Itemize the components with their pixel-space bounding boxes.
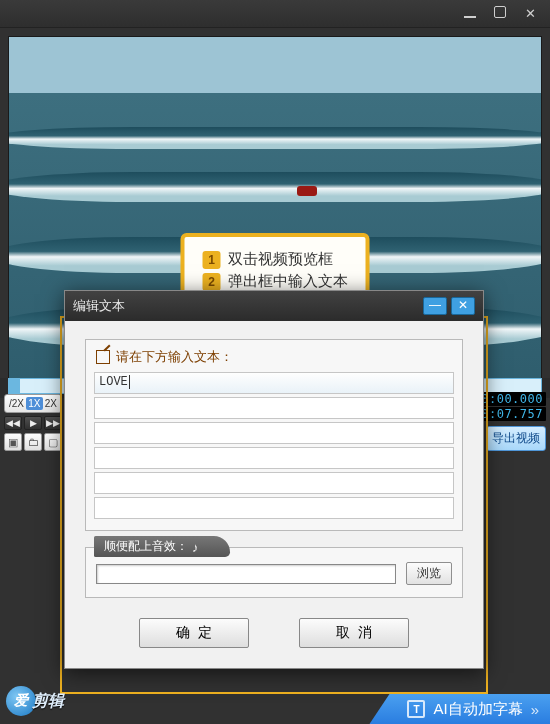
app-minimize-button[interactable] xyxy=(462,6,478,21)
sound-label: 顺便配上音效： xyxy=(104,538,188,555)
app-maximize-button[interactable] xyxy=(492,6,508,21)
clip-button[interactable]: ▣ xyxy=(4,433,22,451)
step-badge-1: 1 xyxy=(203,251,221,269)
step-badge-2: 2 xyxy=(203,273,221,291)
layout-button[interactable]: ▢ xyxy=(44,433,62,451)
step-text-1: 双击视频预览框 xyxy=(228,250,333,269)
speed-1x[interactable]: 1X xyxy=(26,397,43,410)
brand-logo: 爱 剪辑 xyxy=(6,686,64,716)
edit-text-dialog: 编辑文本 — ✕ 请在下方输入文本： LOVE 顺便配上音效： xyxy=(64,290,484,669)
current-time: 0:00.000 xyxy=(478,392,546,406)
export-video-button[interactable]: 导出视频 xyxy=(486,426,546,451)
subtitle-line-input[interactable] xyxy=(94,422,454,444)
video-wave xyxy=(8,172,542,202)
text-input-group: 请在下方输入文本： LOVE xyxy=(85,339,463,531)
step-back-button[interactable]: ◀◀ xyxy=(4,416,22,430)
brand-text: 剪辑 xyxy=(32,691,64,712)
subtitle-line-input[interactable] xyxy=(94,447,454,469)
ai-subtitle-button[interactable]: T AI自动加字幕 » xyxy=(369,694,550,724)
video-surfer xyxy=(297,186,317,196)
browse-button[interactable]: 浏览 xyxy=(406,562,452,585)
timecode-panel: 0:00.000 0:07.757 导出视频 xyxy=(478,392,546,451)
music-note-icon xyxy=(192,540,206,554)
input-prompt-label: 请在下方输入文本： xyxy=(116,348,233,366)
subtitle-line-input[interactable]: LOVE xyxy=(94,372,454,394)
left-controls: /2X 1X 2X ◀◀ ▶ ▶▶ ▣ 🗀 ▢ xyxy=(4,394,62,451)
play-button[interactable]: ▶ xyxy=(24,416,42,430)
subtitle-line-input[interactable] xyxy=(94,497,454,519)
ok-button[interactable]: 确定 xyxy=(139,618,249,648)
sound-path-input[interactable] xyxy=(96,564,396,584)
edit-icon xyxy=(96,350,110,364)
step-text-2: 弹出框中输入文本 xyxy=(228,272,348,291)
chevron-right-icon: » xyxy=(531,701,536,718)
total-time: 0:07.757 xyxy=(478,407,546,421)
dialog-title-bar[interactable]: 编辑文本 — ✕ xyxy=(65,291,483,321)
app-close-button[interactable]: ✕ xyxy=(522,6,538,21)
open-folder-button[interactable]: 🗀 xyxy=(24,433,42,451)
app-title-bar: ✕ xyxy=(0,0,550,28)
ai-subtitle-label: AI自动加字幕 xyxy=(433,700,522,719)
cancel-button[interactable]: 取消 xyxy=(299,618,409,648)
step-forward-button[interactable]: ▶▶ xyxy=(44,416,62,430)
dialog-close-button[interactable]: ✕ xyxy=(451,297,475,315)
subtitle-icon: T xyxy=(407,700,425,718)
video-wave xyxy=(8,127,542,149)
subtitle-line-input[interactable] xyxy=(94,397,454,419)
speed-half[interactable]: /2X xyxy=(7,397,26,410)
subtitle-line-input[interactable] xyxy=(94,472,454,494)
speed-2x[interactable]: 2X xyxy=(43,397,60,410)
sound-effect-group: 顺便配上音效： 浏览 xyxy=(85,547,463,598)
speed-pills[interactable]: /2X 1X 2X xyxy=(4,394,62,413)
sound-effect-tab: 顺便配上音效： xyxy=(94,536,230,557)
dialog-minimize-button[interactable]: — xyxy=(423,297,447,315)
dialog-title: 编辑文本 xyxy=(73,297,125,315)
